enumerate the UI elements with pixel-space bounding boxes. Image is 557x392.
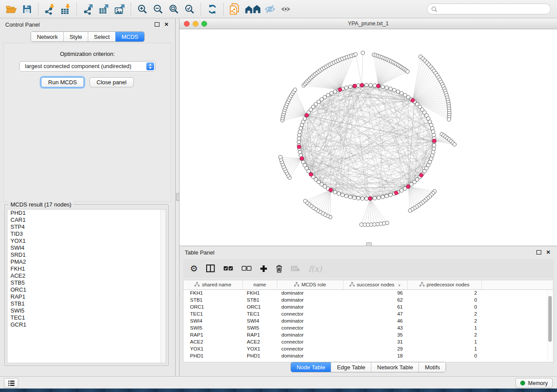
memory-button[interactable]: Memory <box>515 378 553 388</box>
refresh-view-button[interactable] <box>204 2 220 16</box>
table-row[interactable]: STB1STB1dominator620 <box>183 296 553 303</box>
table-row[interactable]: SWI4SWI4dominator462 <box>183 317 553 324</box>
hide-graphics-details-button[interactable] <box>262 2 278 16</box>
zoom-out-button[interactable] <box>150 2 166 16</box>
save-session-button[interactable] <box>19 2 35 16</box>
control-panel-header: Control Panel ✕ <box>0 18 175 31</box>
toolbar-separator <box>201 3 201 15</box>
export-network-button[interactable] <box>80 2 96 16</box>
close-mcds-panel-button[interactable]: Close panel <box>90 77 134 87</box>
column-header-shared-name[interactable]: shared name <box>183 280 242 289</box>
split-columns-button[interactable] <box>206 265 215 272</box>
eye-icon <box>280 4 291 14</box>
tab-edge-table[interactable]: Edge Table <box>331 362 371 372</box>
export-table-button[interactable] <box>96 2 112 16</box>
mcds-result-item[interactable]: PMA2 <box>7 258 166 265</box>
export-image-button[interactable] <box>112 2 128 16</box>
mcds-result-item[interactable]: RAP1 <box>7 293 166 300</box>
mcds-panel: Optimization criterion: largest connecte… <box>3 43 171 202</box>
function-builder-button[interactable]: f(x) <box>308 264 322 273</box>
import-network-button[interactable] <box>42 2 58 16</box>
tab-motifs[interactable]: Motifs <box>419 362 446 372</box>
tab-network[interactable]: Network <box>31 32 63 41</box>
table-scrollbar-thumb[interactable] <box>548 296 552 342</box>
unselect-all-columns-button[interactable] <box>242 266 252 271</box>
table-panel-title: Table Panel <box>185 249 214 256</box>
mcds-result-item[interactable]: GCR1 <box>7 321 166 328</box>
desktop-background <box>0 389 557 392</box>
table-row[interactable]: FKH1FKH1dominator962 <box>183 289 553 296</box>
float-panel-button[interactable] <box>153 21 160 28</box>
settings-gear-button[interactable]: ⚙ <box>190 263 198 274</box>
mcds-result-item[interactable]: SWI4 <box>7 244 166 251</box>
table-row[interactable]: RAP1RAP1dominator352 <box>183 331 553 338</box>
tab-node-table[interactable]: Node Table <box>291 362 331 372</box>
split-columns-icon <box>206 265 215 272</box>
tab-mcds[interactable]: MCDS <box>115 32 144 41</box>
mcds-result-item[interactable]: SWI5 <box>7 307 166 314</box>
mcds-list-scrollbar[interactable] <box>160 210 166 363</box>
close-table-panel-button[interactable]: ✕ <box>545 249 552 256</box>
table-row[interactable]: PHD1PHD1dominator180 <box>183 352 553 359</box>
column-header-successor-nodes[interactable]: successor nodes∨ <box>343 280 407 289</box>
table-scrollbar[interactable] <box>547 290 553 361</box>
open-file-button[interactable] <box>3 2 19 16</box>
float-table-panel-button[interactable] <box>535 249 542 256</box>
welcome-screen-button[interactable] <box>243 2 262 16</box>
zoom-out-icon <box>153 4 163 14</box>
network-canvas[interactable] <box>180 29 557 245</box>
toolbar-separator <box>38 3 39 15</box>
select-all-columns-button[interactable] <box>223 266 233 271</box>
show-graphics-details-button[interactable] <box>278 2 294 16</box>
search-input[interactable] <box>440 6 547 13</box>
eye-slash-icon <box>264 4 276 14</box>
mcds-result-item[interactable]: YOX1 <box>7 237 166 244</box>
zoom-fit-button[interactable] <box>166 2 182 16</box>
mcds-result-item[interactable]: STB5 <box>7 279 166 286</box>
delete-column-button[interactable] <box>276 265 283 273</box>
column-header-mcds-role[interactable]: MCDS role <box>277 280 343 289</box>
tab-select[interactable]: Select <box>88 32 115 41</box>
column-header-predecessor-nodes[interactable]: predecessor nodes <box>407 280 481 289</box>
unselect-all-icon <box>242 266 252 271</box>
column-header-name[interactable]: name <box>242 280 277 289</box>
mcds-result-item[interactable]: SRD1 <box>7 251 166 258</box>
tab-style[interactable]: Style <box>63 32 88 41</box>
add-column-button[interactable] <box>260 265 267 272</box>
mcds-result-item[interactable]: TID3 <box>7 230 166 237</box>
mcds-result-item[interactable]: STB1 <box>7 300 166 307</box>
close-panel-button[interactable]: ✕ <box>163 21 170 28</box>
search-field[interactable] <box>427 3 551 14</box>
column-namespace-icon <box>419 282 425 287</box>
mcds-result-item[interactable]: PHD1 <box>7 210 166 217</box>
mcds-result-item[interactable]: STP4 <box>7 224 166 230</box>
column-namespace-icon <box>349 282 355 287</box>
mcds-result-list[interactable]: PHD1CAR1STP4TID3YOX1SWI4SRD1PMA2FKH1ACE2… <box>7 209 166 363</box>
clone-network-button[interactable] <box>227 2 243 16</box>
table-row[interactable]: TEC1TEC1connector472 <box>183 310 553 317</box>
network-view-titlebar[interactable]: YPA_prune.txt_1 <box>180 18 557 29</box>
mcds-result-item[interactable]: ACE2 <box>7 272 166 279</box>
zoom-selected-button[interactable] <box>182 2 197 16</box>
vertical-splitter[interactable] <box>176 18 180 376</box>
network-title: YPA_prune.txt_1 <box>348 21 389 27</box>
zoom-in-button[interactable] <box>135 2 150 16</box>
tab-network-table[interactable]: Network Table <box>371 362 419 372</box>
run-mcds-button[interactable]: Run MCDS <box>41 77 84 87</box>
mcds-result-item[interactable]: FKH1 <box>7 265 166 272</box>
mcds-result-item[interactable]: TEC1 <box>7 314 166 321</box>
close-window-button[interactable] <box>184 21 190 27</box>
table-row[interactable]: ACE2ACE2connector311 <box>183 338 553 345</box>
splitter-handle[interactable] <box>176 193 180 201</box>
task-history-button[interactable] <box>4 378 18 388</box>
maximize-window-button[interactable] <box>201 21 207 27</box>
delete-table-button[interactable] <box>291 265 300 272</box>
minimize-window-button[interactable] <box>193 21 198 27</box>
table-row[interactable]: SWI5SWI5connector431 <box>183 324 553 331</box>
table-row[interactable]: ORC1ORC1dominator610 <box>183 303 553 310</box>
criterion-dropdown[interactable]: largest connected component (undirected) <box>19 61 156 72</box>
mcds-result-item[interactable]: CAR1 <box>7 217 166 224</box>
mcds-result-item[interactable]: ORC1 <box>7 286 166 293</box>
import-table-button[interactable] <box>58 2 73 16</box>
table-row[interactable]: YOX1YOX1connector291 <box>183 345 553 352</box>
